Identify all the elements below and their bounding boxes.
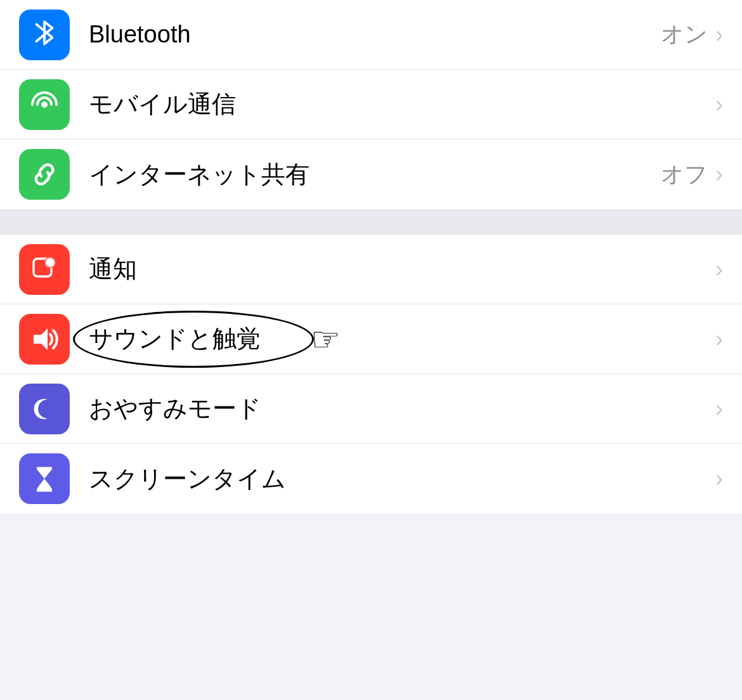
sound-icon — [29, 323, 60, 355]
sound-label: サウンドと触覚 — [89, 323, 708, 355]
notifications-row[interactable]: 通知 › — [0, 235, 742, 304]
screentime-icon-bg — [19, 453, 70, 504]
dnd-icon-bg — [19, 384, 70, 434]
notifications-icon-bg — [19, 244, 70, 295]
cellular-icon — [29, 89, 60, 120]
hotspot-row[interactable]: インターネット共有 オフ › — [0, 139, 742, 209]
svg-point-0 — [41, 101, 48, 108]
section-system: 通知 › サウンドと触覚 ☞ › おやすみモード — [0, 235, 742, 514]
hotspot-label: インターネット共有 — [89, 159, 661, 191]
hotspot-icon-bg — [19, 149, 70, 200]
bluetooth-row[interactable]: Bluetooth オン › — [0, 0, 742, 70]
cellular-icon-bg — [19, 79, 70, 130]
bluetooth-icon — [29, 19, 60, 51]
section-divider — [0, 209, 742, 235]
cellular-chevron: › — [715, 91, 723, 118]
bluetooth-value: オン — [661, 19, 708, 50]
hotspot-icon — [29, 159, 60, 190]
screentime-row[interactable]: スクリーンタイム › — [0, 444, 742, 514]
dnd-row[interactable]: おやすみモード › — [0, 374, 742, 444]
bluetooth-icon-bg — [19, 10, 70, 60]
screentime-icon — [29, 463, 60, 495]
cellular-row[interactable]: モバイル通信 › — [0, 70, 742, 139]
notifications-icon — [29, 254, 60, 285]
screentime-label: スクリーンタイム — [89, 463, 708, 495]
dnd-icon — [29, 393, 60, 425]
svg-point-3 — [46, 258, 55, 267]
notifications-label: 通知 — [89, 253, 708, 285]
cellular-label: モバイル通信 — [89, 88, 708, 120]
sound-icon-bg — [19, 314, 70, 365]
bluetooth-label: Bluetooth — [89, 21, 661, 48]
screentime-chevron: › — [715, 465, 723, 492]
dnd-label: おやすみモード — [89, 392, 708, 425]
sound-row[interactable]: サウンドと触覚 ☞ › — [0, 304, 742, 374]
notifications-chevron: › — [715, 256, 723, 283]
dnd-chevron: › — [715, 396, 723, 422]
section-connectivity: Bluetooth オン › モバイル通信 › インターネット共有 — [0, 0, 742, 209]
svg-marker-4 — [34, 328, 48, 350]
sound-chevron: › — [715, 326, 723, 353]
hotspot-chevron: › — [715, 161, 723, 188]
bluetooth-chevron: › — [715, 22, 723, 48]
hotspot-value: オフ — [661, 159, 708, 190]
